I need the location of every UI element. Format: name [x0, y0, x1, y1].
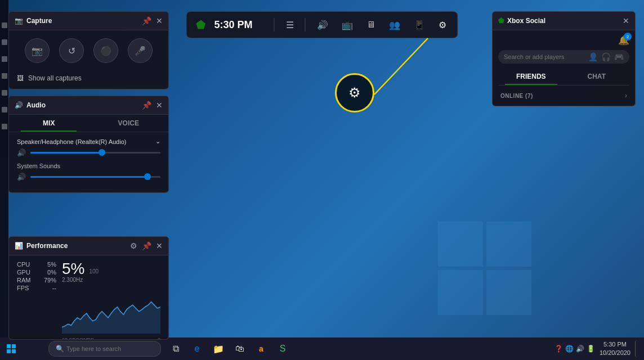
perf-header-icons: ⚙ 📌 ✕ — [130, 241, 163, 250]
settings-icon[interactable]: ⚙ — [130, 241, 137, 250]
social-tabs: FRIENDS CHAT — [498, 68, 629, 86]
network-icon[interactable]: 🌐 — [565, 345, 574, 353]
edge-icon[interactable]: e — [188, 340, 206, 358]
gamebar-broadcast-button[interactable]: 📺 — [339, 17, 355, 33]
chevron-down-icon[interactable]: ⌄ — [155, 138, 160, 145]
start-button[interactable] — [2, 340, 20, 358]
xbox-social-panel: ⬟ Xbox Social ✕ 🔔 2 👤 🎧 🎮 FRIENDS CHAT O… — [492, 11, 636, 106]
gamebar-divider — [274, 18, 275, 32]
perf-panel-header: 📊 Performance ⚙ 📌 ✕ — [9, 237, 168, 255]
xbox-social-icon: ⬟ — [498, 17, 504, 25]
task-view-button[interactable]: ⧉ — [167, 340, 185, 358]
annotation-circle: ⚙ — [335, 73, 374, 112]
pin-icon[interactable]: 📌 — [142, 16, 151, 25]
last-30s-button[interactable]: ↺ — [59, 38, 84, 63]
perf-content: CPU 5% GPU 0% RAM 79% FPS -- 5% 100 2.30… — [9, 255, 168, 339]
sidebar-item[interactable] — [2, 56, 7, 62]
volume-icon: 🔊 — [17, 148, 26, 157]
taskbar: 🔍 ⧉ e 📁 🛍 a S ❓ 🌐 🔊 🔋 5:30 PM 10/20/2020 — [0, 338, 644, 360]
sidebar-item[interactable] — [2, 124, 7, 129]
gear-annotation-icon: ⚙ — [348, 85, 361, 101]
audio-tabs: MIX VOICE — [9, 115, 168, 132]
social-close-button[interactable]: ✕ — [623, 16, 629, 25]
main-volume-thumb[interactable] — [99, 149, 105, 156]
svg-rect-3 — [7, 349, 11, 353]
cpu-stat: CPU 5% — [17, 261, 56, 268]
capture-header-icons: 📌 ✕ — [142, 16, 163, 25]
search-input[interactable] — [504, 53, 584, 60]
taskbar-search-input[interactable] — [66, 345, 154, 352]
system-volume-fill — [30, 176, 147, 178]
battery-icon[interactable]: 🔋 — [587, 345, 595, 353]
capture-panel-header: 📷 Capture 📌 ✕ — [9, 12, 168, 30]
notification-button[interactable]: 🔔 2 — [618, 35, 629, 46]
social-top-icons: 🔔 2 — [493, 30, 635, 50]
perf-chart-svg — [62, 283, 160, 334]
close-icon[interactable]: ✕ — [156, 241, 163, 250]
social-panel-title: ⬟ Xbox Social — [498, 17, 623, 25]
notification-badge: 2 — [624, 33, 632, 40]
taskbar-search-bar[interactable]: 🔍 — [48, 341, 161, 357]
headset-icon[interactable]: 🎧 — [601, 52, 611, 61]
gamebar-people-button[interactable]: 👥 — [387, 17, 402, 33]
person-icon[interactable]: 👤 — [588, 52, 598, 61]
tab-friends[interactable]: FRIENDS — [498, 68, 564, 85]
perf-stats: CPU 5% GPU 0% RAM 79% FPS -- — [17, 261, 56, 334]
audio-device-row: Speaker/Headphone (Realtek(R) Audio) ⌄ — [17, 138, 160, 145]
gamebar-volume-button[interactable]: 🔊 — [315, 17, 330, 33]
help-icon[interactable]: ❓ — [554, 345, 563, 353]
tab-chat[interactable]: CHAT — [564, 68, 630, 85]
audio-panel-header: 🔊 Audio 📌 ✕ — [9, 96, 168, 115]
social-search-icons: 👤 🎧 🎮 — [588, 52, 624, 61]
taskbar-icons: ⧉ e 📁 🛍 a S — [167, 340, 554, 358]
sidebar-item[interactable] — [2, 73, 7, 79]
pin-icon[interactable]: 📌 — [142, 241, 151, 250]
amazon-icon[interactable]: a — [252, 340, 270, 358]
gamebar-settings-button[interactable]: ⚙ — [436, 17, 449, 33]
tab-voice[interactable]: VOICE — [89, 115, 169, 132]
system-volume-thumb[interactable] — [144, 173, 151, 180]
pin-icon[interactable]: 📌 — [142, 101, 151, 110]
controller-icon[interactable]: 🎮 — [614, 52, 624, 61]
svg-rect-2 — [12, 344, 16, 348]
chart-duration-label: 60 SECONDS — [62, 337, 94, 340]
sidebar-item[interactable] — [2, 90, 7, 96]
taskbar-clock[interactable]: 5:30 PM 10/20/2020 — [600, 340, 630, 358]
performance-panel: 📊 Performance ⚙ 📌 ✕ CPU 5% GPU 0% RAM 79… — [8, 236, 169, 340]
system-tray-icons: ❓ 🌐 🔊 🔋 — [554, 345, 595, 353]
main-volume-track[interactable] — [30, 152, 160, 154]
close-icon[interactable]: ✕ — [156, 16, 163, 25]
social-search-bar: 👤 🎧 🎮 — [498, 50, 629, 64]
explorer-icon[interactable]: 📁 — [209, 340, 227, 358]
main-volume-slider-row: 🔊 — [17, 148, 160, 157]
show-all-captures-button[interactable]: 🖼 Show all captures — [9, 71, 168, 89]
store-icon[interactable]: 🛍 — [231, 340, 249, 358]
show-desktop-button[interactable] — [635, 340, 639, 357]
audio-device-name: Speaker/Headphone (Realtek(R) Audio) — [17, 138, 126, 145]
audio-panel-title: 🔊 Audio — [15, 101, 142, 109]
gamebar-menu-button[interactable]: ☰ — [284, 17, 296, 33]
gamebar-phone-button[interactable]: 📱 — [412, 17, 427, 33]
xbox-logo-icon: ⬟ — [196, 18, 205, 32]
sidebar-item[interactable] — [2, 22, 7, 28]
close-icon[interactable]: ✕ — [156, 101, 163, 110]
perf-right: 5% 100 2.300Hz 60 SECONDS 0 — [62, 261, 160, 334]
audio-content: Speaker/Headphone (Realtek(R) Audio) ⌄ 🔊… — [9, 132, 168, 192]
screenshot-button[interactable]: 📷 — [25, 38, 50, 63]
fps-stat: FPS -- — [17, 285, 56, 291]
speaker-icon[interactable]: 🔊 — [576, 345, 584, 353]
svg-rect-1 — [7, 344, 11, 348]
mic-toggle-button[interactable]: 🎤 — [128, 38, 153, 63]
gallery-icon: 🖼 — [17, 74, 24, 82]
svg-rect-4 — [12, 349, 16, 353]
sidebar-item[interactable] — [2, 107, 7, 112]
capture-panel: 📷 Capture 📌 ✕ 📷 ↺ ⚫ 🎤 🖼 Show all capture… — [8, 11, 169, 89]
system-sounds-label: System Sounds — [17, 163, 160, 169]
tab-mix[interactable]: MIX — [9, 115, 89, 132]
gamebar-display-button[interactable]: 🖥 — [364, 17, 378, 32]
record-button[interactable]: ⚫ — [93, 38, 118, 63]
sidebar-item[interactable] — [2, 39, 7, 45]
app-icon[interactable]: S — [274, 340, 292, 358]
system-volume-track[interactable] — [30, 176, 160, 178]
windows-logo-desktop — [438, 222, 531, 315]
